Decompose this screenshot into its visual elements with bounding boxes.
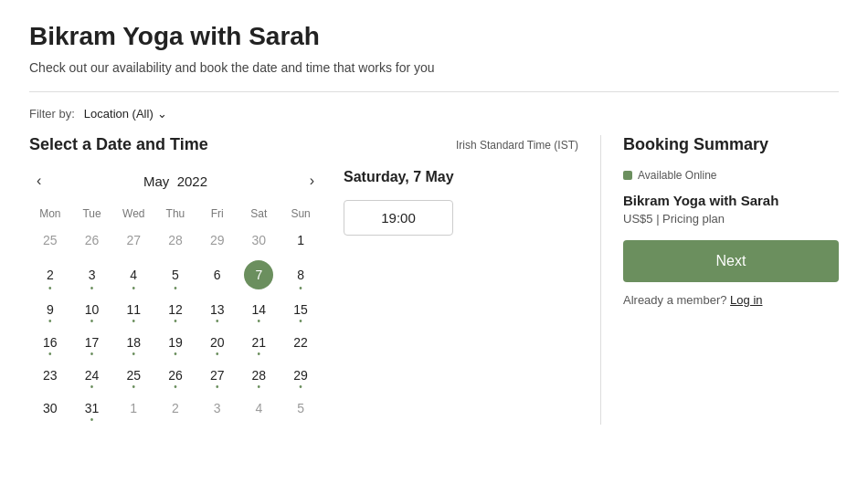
day-cell[interactable]: 14 xyxy=(238,293,281,326)
day-cell: 1 xyxy=(112,392,154,425)
day-cell[interactable]: 18 xyxy=(112,326,154,359)
section-title: Select a Date and Time xyxy=(29,135,208,154)
selected-date-label: Saturday, 7 May xyxy=(344,169,508,185)
available-dot-icon xyxy=(623,171,632,180)
day-cell[interactable]: 16 xyxy=(29,326,71,359)
calendar: ‹ May 2022 › Mon Tue Wed Thu Fri Sat Su xyxy=(29,169,322,425)
next-button[interactable]: Next xyxy=(623,240,839,282)
table-row: 16 17 18 19 20 21 22 xyxy=(29,326,322,359)
day-cell[interactable]: 13 xyxy=(196,293,238,326)
calendar-nav: ‹ May 2022 › xyxy=(29,169,322,193)
day-cell[interactable]: 11 xyxy=(112,293,154,326)
day-cell[interactable]: 1 xyxy=(280,224,322,257)
day-cell[interactable]: 4 xyxy=(112,257,154,293)
calendar-area: ‹ May 2022 › Mon Tue Wed Thu Fri Sat Su xyxy=(29,169,578,425)
right-panel: Booking Summary Available Online Bikram … xyxy=(601,135,839,425)
weekday-fri: Fri xyxy=(196,204,238,224)
table-row: 30 31 1 2 3 4 5 xyxy=(29,392,322,425)
day-cell[interactable]: 30 xyxy=(29,392,71,425)
day-cell: 26 xyxy=(71,224,113,257)
day-cell[interactable]: 23 xyxy=(29,359,71,392)
main-layout: Select a Date and Time Irish Standard Ti… xyxy=(29,135,839,425)
weekday-thu: Thu xyxy=(154,204,196,224)
day-cell[interactable]: 5 xyxy=(154,257,196,293)
available-badge: Available Online xyxy=(623,169,839,182)
day-cell[interactable]: 22 xyxy=(280,326,322,359)
day-cell: 4 xyxy=(238,392,281,425)
day-cell[interactable]: 2 xyxy=(29,257,71,293)
booking-class-name: Bikram Yoga with Sarah xyxy=(623,193,839,208)
calendar-grid: Mon Tue Wed Thu Fri Sat Sun 25 xyxy=(29,204,322,425)
weekday-sun: Sun xyxy=(280,204,322,224)
day-cell[interactable]: 15 xyxy=(280,293,322,326)
day-cell: 27 xyxy=(112,224,154,257)
booking-price: US$5 | Pricing plan xyxy=(623,212,839,226)
next-month-button[interactable]: › xyxy=(302,169,322,193)
month-year-label: May 2022 xyxy=(143,173,207,189)
weekday-mon: Mon xyxy=(29,204,71,224)
day-cell: 28 xyxy=(154,224,196,257)
chevron-down-icon: ⌄ xyxy=(157,107,167,121)
day-cell[interactable]: 21 xyxy=(238,326,281,359)
table-row: 25 26 27 28 29 30 1 xyxy=(29,224,322,257)
login-link[interactable]: Log in xyxy=(730,293,762,307)
filter-dropdown-label: Location (All) xyxy=(84,107,153,121)
filter-bar: Filter by: Location (All) ⌄ xyxy=(29,107,839,121)
day-cell[interactable]: 25 xyxy=(112,359,154,392)
day-cell[interactable]: 19 xyxy=(154,326,196,359)
day-cell[interactable]: 26 xyxy=(154,359,196,392)
weekday-wed: Wed xyxy=(112,204,154,224)
day-cell: 3 xyxy=(196,392,238,425)
day-cell-selected[interactable]: 7 xyxy=(238,257,281,293)
day-cell[interactable]: 3 xyxy=(71,257,113,293)
day-cell: 2 xyxy=(154,392,196,425)
weekday-sat: Sat xyxy=(238,204,281,224)
day-cell[interactable]: 9 xyxy=(29,293,71,326)
day-cell[interactable]: 10 xyxy=(71,293,113,326)
selected-day-indicator: 7 xyxy=(244,260,273,289)
day-cell: 25 xyxy=(29,224,71,257)
booking-summary-title: Booking Summary xyxy=(623,135,839,154)
left-panel: Select a Date and Time Irish Standard Ti… xyxy=(29,135,601,425)
table-row: 2 3 4 5 6 7 8 xyxy=(29,257,322,293)
time-slot-button[interactable]: 19:00 xyxy=(344,200,453,236)
table-row: 9 10 11 12 13 14 15 xyxy=(29,293,322,326)
day-cell[interactable]: 27 xyxy=(196,359,238,392)
day-cell[interactable]: 6 xyxy=(196,257,238,293)
section-header: Select a Date and Time Irish Standard Ti… xyxy=(29,135,578,154)
location-filter-dropdown[interactable]: Location (All) ⌄ xyxy=(84,107,167,121)
time-panel: Saturday, 7 May 19:00 xyxy=(344,169,508,425)
day-cell: 5 xyxy=(280,392,322,425)
day-cell: 29 xyxy=(196,224,238,257)
page-subtitle: Check out our availability and book the … xyxy=(29,60,839,75)
day-cell[interactable]: 20 xyxy=(196,326,238,359)
table-row: 23 24 25 26 27 28 29 xyxy=(29,359,322,392)
available-label: Available Online xyxy=(638,169,717,182)
divider xyxy=(29,91,839,92)
filter-label: Filter by: xyxy=(29,107,75,121)
weekday-tue: Tue xyxy=(71,204,113,224)
day-cell[interactable]: 31 xyxy=(71,392,113,425)
day-cell[interactable]: 28 xyxy=(238,359,281,392)
day-cell[interactable]: 24 xyxy=(71,359,113,392)
member-text: Already a member? Log in xyxy=(623,293,839,307)
day-cell: 30 xyxy=(238,224,281,257)
day-cell[interactable]: 8 xyxy=(280,257,322,293)
day-cell[interactable]: 29 xyxy=(280,359,322,392)
day-cell[interactable]: 17 xyxy=(71,326,113,359)
page-title: Bikram Yoga with Sarah xyxy=(29,22,839,51)
timezone-label: Irish Standard Time (IST) xyxy=(456,139,578,152)
day-cell[interactable]: 12 xyxy=(154,293,196,326)
prev-month-button[interactable]: ‹ xyxy=(29,169,48,193)
